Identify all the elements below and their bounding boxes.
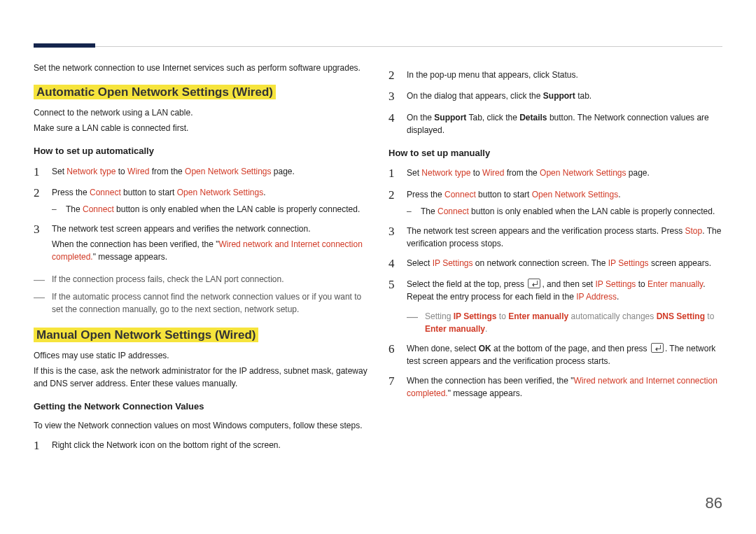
list-item: 2 Press the Connect button to start Open… [388, 188, 722, 218]
list-item: 7 When the connection has been verified,… [388, 374, 722, 400]
dash-icon: ― [34, 290, 45, 304]
list-item: 3 The network test screen appears and th… [388, 225, 722, 250]
step-number: 4 [388, 111, 398, 125]
step-body: Select the field at the top, press , and… [407, 278, 722, 303]
step-number: 2 [388, 188, 398, 202]
auto-steps: 1 Set Network type to Wired from the Ope… [34, 165, 368, 266]
footnote: ― If the connection process fails, check… [34, 273, 368, 286]
subhead-auto-setup: How to set up automatically [34, 144, 368, 158]
manual-steps-cont: 6 When done, select OK at the bottom of … [388, 342, 722, 400]
header-divider [34, 46, 722, 47]
step-number: 6 [388, 342, 398, 356]
step-body: In the pop-up menu that appears, click S… [407, 69, 722, 81]
list-item: 3 On the dialog that appears, click the … [388, 90, 722, 104]
dash-icon: – [52, 203, 59, 216]
get-values-steps-cont: 2 In the pop-up menu that appears, click… [388, 69, 722, 136]
step-body: Press the Connect button to start Open N… [407, 188, 722, 218]
list-item: 4 Select IP Settings on network connecti… [388, 257, 722, 271]
list-item: 1 Set Network type to Wired from the Ope… [34, 165, 368, 179]
document-page: Set the network connection to use Intern… [0, 0, 756, 534]
get-values-desc: To view the Network connection values on… [34, 419, 368, 432]
auto-desc-2: Make sure a LAN cable is connected first… [34, 122, 368, 134]
dash-icon: ― [407, 310, 418, 323]
list-item: 2 Press the Connect button to start Open… [34, 186, 368, 216]
content-columns: Set the network connection to use Intern… [34, 62, 722, 460]
subhead-manual-setup: How to set up manually [388, 146, 722, 160]
intro-text: Set the network connection to use Intern… [34, 62, 368, 74]
dash-icon: – [407, 205, 414, 218]
step-number: 1 [34, 165, 43, 179]
list-item: 3 The network test screen appears and ve… [34, 223, 368, 266]
step-number: 1 [388, 167, 398, 181]
step-body: When the connection has been verified, t… [407, 374, 722, 400]
step-body: Press the Connect button to start Open N… [52, 186, 368, 216]
subhead-get-values: Getting the Network Connection Values [34, 400, 368, 414]
step-body: The network test screen appears and veri… [52, 223, 368, 266]
step-number: 4 [388, 257, 398, 271]
right-column: 2 In the pop-up menu that appears, click… [388, 62, 722, 460]
enter-key-icon [651, 343, 664, 353]
list-item: 2 In the pop-up menu that appears, click… [388, 69, 722, 83]
step-body: Set Network type to Wired from the Open … [407, 167, 722, 179]
manual-steps: 1 Set Network type to Wired from the Ope… [388, 167, 722, 303]
step-number: 7 [388, 374, 398, 388]
footnote: ― If the automatic process cannot find t… [34, 290, 368, 316]
sub-note: – The Connect button is only enabled whe… [52, 203, 368, 216]
step-number: 3 [34, 223, 43, 237]
step-body: Select IP Settings on network connection… [407, 257, 722, 269]
step-body: When done, select OK at the bottom of th… [407, 342, 722, 367]
step-body: The network test screen appears and the … [407, 225, 722, 250]
list-item: 1 Set Network type to Wired from the Ope… [388, 167, 722, 181]
list-item: 1 Right click the Network icon on the bo… [34, 439, 368, 453]
step-body: On the dialog that appears, click the Su… [407, 90, 722, 102]
step-body: Right click the Network icon on the bott… [52, 439, 368, 451]
list-item: 6 When done, select OK at the bottom of … [388, 342, 722, 367]
auto-desc-1: Connect to the network using a LAN cable… [34, 106, 368, 119]
left-column: Set the network connection to use Intern… [34, 62, 368, 460]
list-item: 4 On the Support Tab, click the Details … [388, 111, 722, 136]
step-body: Set Network type to Wired from the Open … [52, 165, 368, 178]
list-item: 5 Select the field at the top, press , a… [388, 278, 722, 303]
step-number: 5 [388, 278, 398, 292]
get-values-steps: 1 Right click the Network icon on the bo… [34, 439, 368, 453]
sub-note: – The Connect button is only enabled whe… [407, 205, 722, 218]
heading-manual: Manual Open Network Settings (Wired) [34, 328, 258, 342]
manual-desc-2: If this is the case, ask the network adm… [34, 365, 368, 390]
step-number: 3 [388, 225, 398, 239]
enter-key-icon [528, 279, 540, 288]
header-accent-bar [34, 43, 95, 48]
step-number: 2 [388, 69, 398, 83]
step-number: 2 [34, 186, 43, 200]
step-number: 3 [388, 90, 398, 104]
heading-automatic: Automatic Open Network Settings (Wired) [34, 85, 276, 99]
manual-desc-1: Offices may use static IP addresses. [34, 349, 368, 362]
page-number: 86 [706, 491, 722, 514]
footnote: ― Setting IP Settings to Enter manually … [407, 310, 722, 335]
step-number: 1 [34, 439, 43, 453]
step-body: On the Support Tab, click the Details bu… [407, 111, 722, 136]
dash-icon: ― [34, 273, 45, 286]
